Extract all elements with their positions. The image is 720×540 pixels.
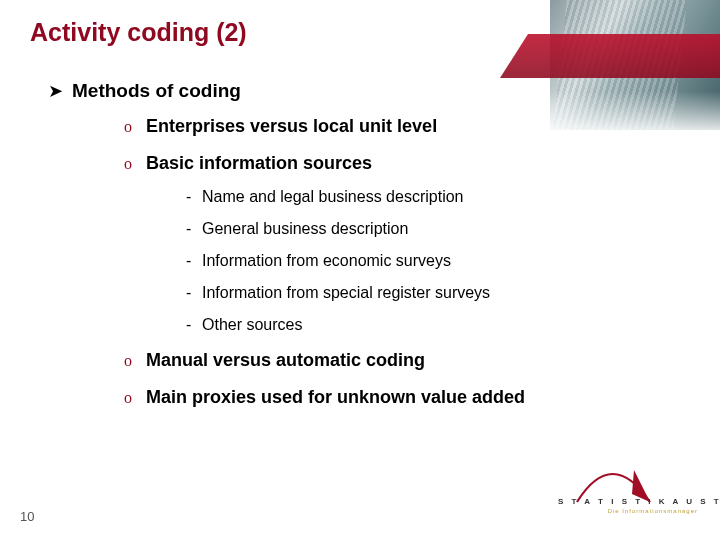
logo-main-text: S T A T I S T I K A U S T R I A (558, 497, 698, 506)
bullet-lvl3-text: Other sources (202, 316, 302, 334)
logo-text: S T A T I S T I K A U S T R I A Die Info… (558, 497, 698, 514)
bullet-lvl2-text: Basic information sources (146, 153, 372, 174)
logo-sub-text: Die Informationsmanager (558, 508, 698, 514)
bullet-lvl1-text: Methods of coding (72, 80, 241, 102)
bullet-lvl2-text: Main proxies used for unknown value adde… (146, 387, 525, 408)
bullet-lvl3-text: Information from special register survey… (202, 284, 490, 302)
content-area: ➤ Methods of coding o Enterprises versus… (48, 80, 690, 424)
bullet-lvl1: ➤ Methods of coding o Enterprises versus… (48, 80, 690, 408)
dash-icon: - (186, 188, 202, 206)
bullet-lvl3: - Other sources (186, 316, 690, 334)
bullet-lvl2: o Main proxies used for unknown value ad… (124, 387, 690, 408)
accent-band (500, 34, 720, 78)
bullet-lvl2: o Enterprises versus local unit level (124, 116, 690, 137)
bullet-lvl3: - Information from special register surv… (186, 284, 690, 302)
page-number: 10 (20, 509, 34, 524)
dash-icon: - (186, 220, 202, 238)
slide-title: Activity coding (2) (30, 18, 247, 47)
dash-icon: - (186, 252, 202, 270)
dash-icon: - (186, 316, 202, 334)
bullet-lvl3-text: Information from economic surveys (202, 252, 451, 270)
arrow-icon: ➤ (48, 80, 72, 102)
slide: Activity coding (2) ➤ Methods of coding … (0, 0, 720, 540)
dash-icon: - (186, 284, 202, 302)
logo: S T A T I S T I K A U S T R I A Die Info… (558, 468, 698, 528)
bullet-lvl2: o Manual versus automatic coding (124, 350, 690, 371)
circle-icon: o (124, 118, 146, 136)
bullet-lvl3-text: Name and legal business description (202, 188, 463, 206)
bullet-lvl2: o Basic information sources - Name and l… (124, 153, 690, 334)
circle-icon: o (124, 155, 146, 173)
circle-icon: o (124, 352, 146, 370)
bullet-lvl2-text: Manual versus automatic coding (146, 350, 425, 371)
bullet-lvl3: - Information from economic surveys (186, 252, 690, 270)
bullet-lvl3: - General business description (186, 220, 690, 238)
bullet-lvl3: - Name and legal business description (186, 188, 690, 206)
bullet-lvl2-text: Enterprises versus local unit level (146, 116, 437, 137)
bullet-lvl3-text: General business description (202, 220, 408, 238)
circle-icon: o (124, 389, 146, 407)
